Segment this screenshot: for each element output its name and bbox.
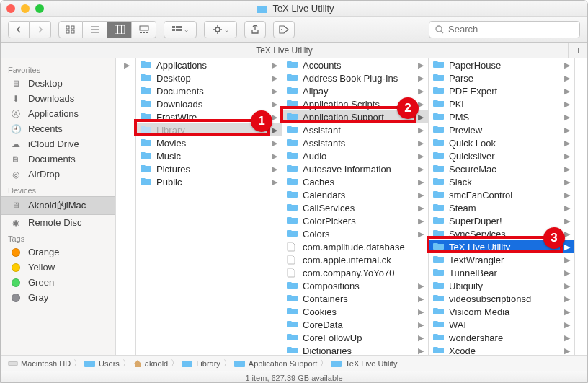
zoom-button[interactable] [35, 4, 44, 13]
file-row[interactable]: Autosave Information▶ [282, 162, 428, 175]
file-row[interactable]: com.amplitude.database [282, 240, 428, 253]
file-row[interactable]: Slack▶ [429, 175, 574, 188]
file-row[interactable]: smcFanControl▶ [429, 188, 574, 201]
sidebar-item[interactable]: ◎AirDrop [1, 167, 115, 182]
action-button[interactable]: ⌵ [204, 21, 237, 38]
forward-button[interactable] [30, 21, 51, 38]
file-row[interactable]: TunnelBear▶ [429, 266, 574, 279]
svg-point-17 [436, 26, 442, 32]
file-row[interactable]: Dictionaries▶ [282, 344, 428, 355]
file-row[interactable]: Alipay▶ [282, 84, 428, 97]
tags-button[interactable] [273, 21, 295, 38]
folder-icon [331, 359, 342, 368]
sidebar-item[interactable]: ⬇Downloads [1, 91, 115, 106]
svg-text:🖥: 🖥 [12, 201, 20, 211]
file-row[interactable]: Pictures▶ [136, 162, 282, 175]
file-row[interactable]: Quick Look▶ [429, 136, 574, 149]
parent-chev[interactable]: ▶ [116, 58, 135, 71]
folder-icon [433, 203, 446, 213]
file-row[interactable]: Cookies▶ [282, 305, 428, 318]
file-row[interactable]: CoreFollowUp▶ [282, 331, 428, 344]
file-row[interactable]: Visicom Media▶ [429, 305, 574, 318]
file-row[interactable]: Quicksilver▶ [429, 149, 574, 162]
close-button[interactable] [6, 4, 15, 13]
file-row[interactable]: Containers▶ [282, 292, 428, 305]
sidebar-item[interactable]: Orange [1, 245, 115, 260]
path-segment[interactable]: Library [182, 359, 220, 368]
path-segment[interactable]: Macintosh HD [8, 359, 71, 368]
file-row[interactable]: Caches▶ [282, 175, 428, 188]
file-row[interactable]: Assistant▶ [282, 123, 428, 136]
tab[interactable]: TeX Live Utility [1, 43, 569, 58]
search-input[interactable] [448, 24, 574, 35]
file-row[interactable]: Desktop▶ [136, 71, 282, 84]
file-row[interactable]: Xcode▶ [429, 344, 574, 355]
sidebar-item[interactable]: 🕘Recents [1, 121, 115, 136]
file-row[interactable]: ColorPickers▶ [282, 214, 428, 227]
file-row[interactable]: PMS▶ [429, 110, 574, 123]
file-row[interactable]: Accounts▶ [282, 58, 428, 71]
file-row[interactable]: Audio▶ [282, 149, 428, 162]
file-row[interactable]: CoreData▶ [282, 318, 428, 331]
file-row[interactable]: Documents▶ [136, 84, 282, 97]
file-row[interactable]: Address Book Plug-Ins▶ [282, 71, 428, 84]
file-row[interactable]: SuperDuper!▶ [429, 214, 574, 227]
file-row[interactable]: Steam▶ [429, 201, 574, 214]
view-gallery-button[interactable] [132, 21, 156, 38]
file-row[interactable]: Assistants▶ [282, 136, 428, 149]
sidebar-item[interactable]: 🖥Aknold的iMac [1, 196, 115, 215]
file-row[interactable]: wondershare▶ [429, 331, 574, 344]
file-row[interactable]: WAF▶ [429, 318, 574, 331]
sidebar-item[interactable]: Gray [1, 290, 115, 305]
file-name: Parse [449, 73, 563, 84]
path-segment[interactable]: aknold [133, 359, 168, 368]
path-segment[interactable]: TeX Live Utility [331, 359, 397, 368]
file-row[interactable]: Applications▶ [136, 58, 282, 71]
search-field[interactable] [429, 21, 580, 38]
file-row[interactable]: PDF Expert▶ [429, 84, 574, 97]
file-row[interactable]: Calendars▶ [282, 188, 428, 201]
view-list-button[interactable] [83, 21, 107, 38]
new-tab-button[interactable]: + [569, 43, 587, 58]
sidebar-item[interactable]: ☁iCloud Drive [1, 136, 115, 151]
sidebar-item[interactable]: ◉Remote Disc [1, 215, 115, 230]
file-row[interactable]: Parse▶ [429, 71, 574, 84]
file-row[interactable]: SecureMac▶ [429, 162, 574, 175]
file-row[interactable]: TextWrangler▶ [429, 253, 574, 266]
chevron-right-icon: ▶ [270, 74, 277, 83]
file-name: Caches [303, 177, 416, 188]
view-icon-button[interactable] [58, 21, 83, 38]
folder-icon [141, 151, 153, 161]
path-segment[interactable]: Users [84, 359, 120, 368]
file-row[interactable]: PaperHouse▶ [429, 58, 574, 71]
chevron-right-icon: ▶ [563, 87, 570, 96]
svg-text:🗎: 🗎 [12, 154, 20, 164]
file-row[interactable]: PKL▶ [429, 97, 574, 110]
file-row[interactable]: Public▶ [136, 175, 282, 188]
file-row[interactable]: Ubiquity▶ [429, 279, 574, 292]
path-segment[interactable]: Application Support [234, 359, 317, 368]
tag-icon [9, 278, 22, 288]
file-row[interactable]: Music▶ [136, 149, 282, 162]
file-row[interactable]: Compositions▶ [282, 279, 428, 292]
file-row[interactable]: Colors▶ [282, 227, 428, 240]
arrange-button[interactable]: ⌵ [164, 21, 197, 38]
sidebar-item[interactable]: ⒶApplications [1, 106, 115, 121]
file-row[interactable]: Movies▶ [136, 136, 282, 149]
sidebar-item[interactable]: Yellow [1, 260, 115, 275]
file-row[interactable]: Preview▶ [429, 123, 574, 136]
chevron-right-icon: ▶ [416, 203, 424, 213]
share-button[interactable] [244, 21, 266, 38]
file-row[interactable]: com.company.YoYo70 [282, 266, 428, 279]
view-column-button[interactable] [107, 21, 132, 38]
file-name: Public [156, 177, 270, 188]
file-row[interactable]: com.apple.internal.ck [282, 253, 428, 266]
sidebar-item[interactable]: 🗎Documents [1, 151, 115, 167]
back-button[interactable] [8, 21, 30, 38]
file-row[interactable]: CallServices▶ [282, 201, 428, 214]
sidebar-item[interactable]: Green [1, 275, 115, 290]
sidebar-item[interactable]: 🖥Desktop [1, 76, 115, 91]
minimize-button[interactable] [21, 4, 30, 13]
file-row[interactable]: Downloads▶ [136, 97, 282, 110]
file-row[interactable]: videosubscriptionsd▶ [429, 292, 574, 305]
